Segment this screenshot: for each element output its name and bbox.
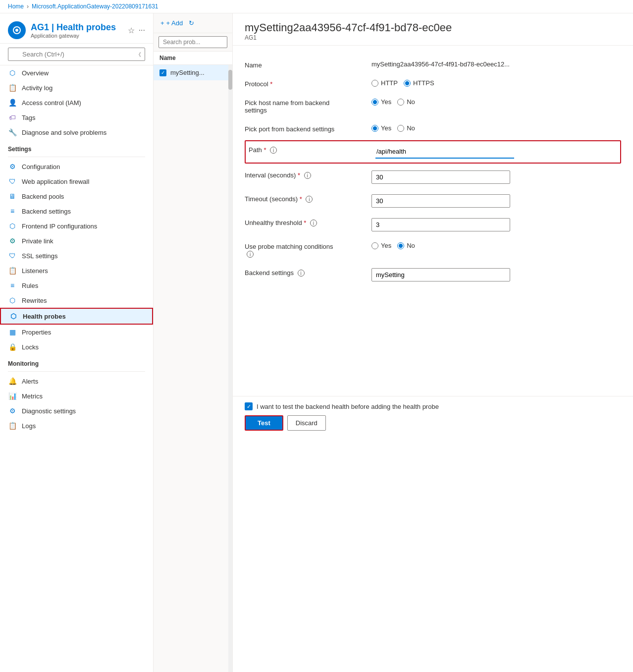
protocol-https-option[interactable]: HTTPS (404, 79, 434, 87)
add-icon: + (160, 19, 164, 27)
probe-search-input[interactable] (158, 36, 227, 48)
pick-port-no-label: No (407, 124, 415, 132)
interval-input[interactable] (371, 170, 510, 184)
monitoring-section-label: Monitoring (0, 354, 153, 369)
probe-checkbox[interactable]: ✓ (159, 69, 166, 76)
sidebar-item-tags[interactable]: 🏷 Tags (0, 110, 153, 125)
sidebar-label-private-link: Private link (22, 237, 53, 245)
more-icon[interactable]: ··· (139, 26, 145, 35)
sidebar-item-overview[interactable]: ⬡ Overview (0, 65, 153, 80)
field-name-value: mySetting2aa43956-47cf-4f91-bd78-ec0eec1… (371, 60, 621, 68)
field-timeout-label: Timeout (seconds) * i (245, 194, 364, 203)
probe-matching-no-radio[interactable] (397, 242, 404, 249)
pick-port-no-radio[interactable] (397, 125, 404, 132)
sidebar-item-logs[interactable]: 📋 Logs (0, 418, 153, 433)
sidebar-label-diagnose: Diagnose and solve problems (22, 129, 106, 136)
test-checkbox-row: ✓ I want to test the backend health befo… (245, 402, 621, 410)
sidebar-item-waf[interactable]: 🛡 Web application firewall (0, 174, 153, 189)
protocol-http-option[interactable]: HTTP (371, 79, 398, 87)
sidebar-item-activity-log[interactable]: 📋 Activity log (0, 80, 153, 95)
field-protocol-value: HTTP HTTPS (371, 79, 621, 87)
backend-settings-info-icon[interactable]: i (298, 270, 305, 277)
sidebar-item-health-probes[interactable]: ⬡ Health probes (0, 308, 153, 325)
pick-host-no-option[interactable]: No (397, 98, 415, 106)
pick-port-no-option[interactable]: No (397, 124, 415, 132)
unhealthy-input[interactable] (371, 218, 510, 231)
probe-list-item[interactable]: ✓ mySetting... (154, 65, 232, 80)
breadcrumb: Home › Microsoft.ApplicationGateway-2022… (0, 0, 633, 13)
pick-host-yes-radio[interactable] (371, 99, 378, 106)
sidebar-item-access-control[interactable]: 👤 Access control (IAM) (0, 95, 153, 110)
test-button[interactable]: Test (245, 415, 283, 431)
sidebar-label-metrics: Metrics (22, 392, 43, 400)
tags-icon: 🏷 (8, 113, 17, 121)
sidebar-item-backend-settings[interactable]: ≡ Backend settings (0, 204, 153, 219)
field-timeout-row: Timeout (seconds) * i (245, 189, 621, 213)
pick-host-no-radio[interactable] (397, 99, 404, 106)
sidebar-item-properties[interactable]: ▦ Properties (0, 325, 153, 339)
sidebar-item-ssl-settings[interactable]: 🛡 SSL settings (0, 248, 153, 263)
backend-settings-input[interactable] (371, 268, 510, 281)
test-checkbox[interactable]: ✓ (245, 402, 253, 410)
path-input[interactable] (375, 145, 514, 159)
sidebar-label-tags: Tags (22, 114, 35, 121)
add-probe-button[interactable]: + + Add (159, 17, 184, 29)
collapse-icon[interactable]: 《 (136, 51, 141, 58)
rules-icon: ≡ (8, 281, 17, 289)
sidebar-item-rewrites[interactable]: ⬡ Rewrites (0, 293, 153, 308)
sidebar-label-overview: Overview (22, 69, 49, 77)
field-protocol-label: Protocol * (245, 79, 364, 88)
sidebar-label-rewrites: Rewrites (22, 297, 47, 304)
protocol-https-radio[interactable] (404, 80, 411, 87)
probe-matching-yes-radio[interactable] (371, 242, 378, 249)
sidebar-item-configuration[interactable]: ⚙ Configuration (0, 159, 153, 174)
sidebar-item-locks[interactable]: 🔒 Locks (0, 339, 153, 354)
field-backend-settings-label: Backend settings i (245, 268, 364, 277)
sidebar-item-diagnose[interactable]: 🔧 Diagnose and solve problems (0, 125, 153, 140)
sidebar-item-rules[interactable]: ≡ Rules (0, 278, 153, 293)
protocol-radio-group: HTTP HTTPS (371, 79, 434, 87)
field-unhealthy-label: Unhealthy threshold * i (245, 218, 364, 226)
logs-icon: 📋 (8, 422, 17, 430)
sidebar-item-backend-pools[interactable]: 🖥 Backend pools (0, 189, 153, 204)
field-path-value (375, 145, 617, 159)
field-name-row: Name mySetting2aa43956-47cf-4f91-bd78-ec… (245, 56, 621, 74)
overview-icon: ⬡ (8, 69, 17, 77)
timeout-info-icon[interactable]: i (306, 196, 313, 203)
sidebar-search-wrapper: 🔍 《 (0, 44, 153, 65)
pick-port-yes-radio[interactable] (371, 125, 378, 132)
breadcrumb-resource[interactable]: Microsoft.ApplicationGateway-20220809171… (32, 3, 158, 10)
breadcrumb-home[interactable]: Home (8, 3, 24, 10)
pick-host-yes-option[interactable]: Yes (371, 98, 391, 106)
favorite-icon[interactable]: ☆ (128, 26, 135, 35)
sidebar-subtitle: Application gateway (31, 33, 123, 39)
timeout-input[interactable] (371, 194, 510, 208)
protocol-http-radio[interactable] (371, 80, 378, 87)
field-protocol-row: Protocol * HTTP HTTPS (245, 74, 621, 93)
pick-port-yes-option[interactable]: Yes (371, 124, 391, 132)
middle-table-column-name: Name (154, 52, 232, 65)
sidebar-item-private-link[interactable]: ⚙ Private link (0, 233, 153, 248)
breadcrumb-separator: › (27, 3, 29, 10)
search-input[interactable] (8, 48, 145, 61)
sidebar-label-waf: Web application firewall (22, 178, 89, 185)
sidebar-item-alerts[interactable]: 🔔 Alerts (0, 374, 153, 389)
refresh-button[interactable]: ↻ (188, 17, 195, 29)
probe-matching-info-icon[interactable]: i (247, 251, 254, 258)
discard-button[interactable]: Discard (287, 415, 326, 431)
action-buttons-row: Test Discard (245, 415, 621, 431)
interval-info-icon[interactable]: i (304, 172, 311, 179)
probe-matching-yes-option[interactable]: Yes (371, 242, 391, 249)
unhealthy-info-icon[interactable]: i (310, 220, 317, 226)
sidebar-item-frontend-ip[interactable]: ⬡ Frontend IP configurations (0, 219, 153, 233)
diagnostic-settings-icon: ⚙ (8, 407, 17, 415)
field-interval-label: Interval (seconds) * i (245, 170, 364, 179)
sidebar-item-diagnostic-settings[interactable]: ⚙ Diagnostic settings (0, 403, 153, 418)
sidebar-item-listeners[interactable]: 📋 Listeners (0, 263, 153, 278)
sidebar-title-block: AG1 | Health probes Application gateway (31, 22, 123, 39)
timeout-required: * (300, 195, 302, 203)
sidebar-item-metrics[interactable]: 📊 Metrics (0, 389, 153, 403)
sidebar-label-ssl-settings: SSL settings (22, 252, 58, 260)
path-info-icon[interactable]: i (270, 147, 277, 154)
probe-matching-no-option[interactable]: No (397, 242, 415, 249)
